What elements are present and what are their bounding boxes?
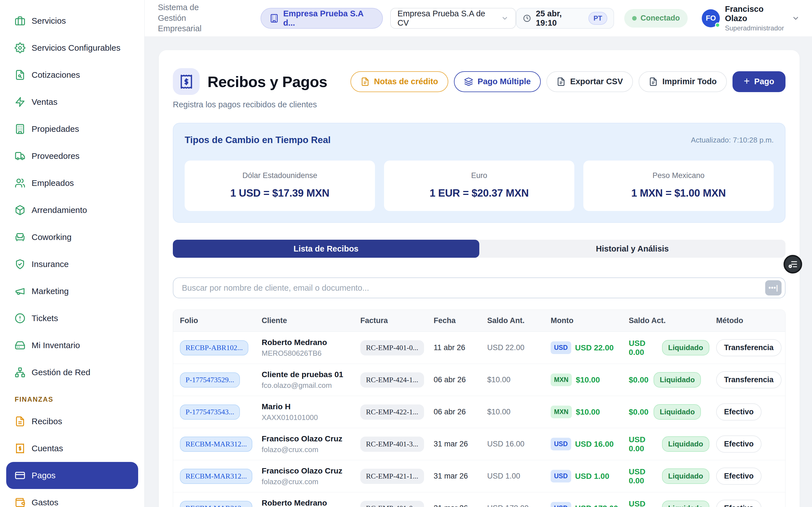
invoice-ref: RC-EMP-424-1...	[360, 372, 424, 388]
sidebar-item-insurance[interactable]: Insurance	[6, 251, 138, 278]
payment-date: 11 abr 26	[427, 343, 480, 352]
file-text-icon	[361, 77, 370, 86]
playlist-icon	[788, 259, 798, 269]
client-name: Francisco Olazo Cruz	[262, 466, 354, 475]
client-name: Roberto Medrano	[262, 338, 354, 347]
payment-method-badge: Efectivo	[716, 403, 762, 420]
sidebar-item-tickets[interactable]: Tickets	[6, 305, 138, 332]
exchange-card: Peso Mexicano1 MXN = $1.00 MXN	[583, 161, 774, 211]
invoice-ref: RC-EMP-401-0...	[360, 501, 424, 507]
sidebar-item-label: Insurance	[32, 260, 69, 269]
file-icon	[649, 77, 658, 86]
multi-payment-button[interactable]: Pago Múltiple	[454, 71, 541, 92]
sidebar-item-label: Pagos	[32, 471, 56, 480]
print-all-button[interactable]: Imprimir Todo	[639, 71, 727, 92]
exchange-cards: Dólar Estadounidense1 USD = $17.39 MXNEu…	[185, 161, 774, 211]
sidebar-item-label: Arrendamiento	[32, 205, 87, 215]
sidebar-item-cuentas[interactable]: Cuentas	[6, 435, 138, 462]
sidebar-item-gastos[interactable]: Gastos	[6, 489, 138, 507]
wallet-icon	[15, 497, 26, 507]
input-method-icon[interactable]: •••|	[765, 280, 781, 295]
receipt-dollar-icon	[15, 443, 26, 454]
column-header-m-todo: Método	[709, 316, 785, 325]
tab-lista-de-recibos[interactable]: Lista de Recibos	[173, 240, 479, 258]
sidebar-item-recibos[interactable]: Recibos	[6, 408, 138, 435]
client-sub: MERO580626TB6	[262, 349, 354, 358]
search-input[interactable]	[173, 277, 785, 298]
folio-link[interactable]: P-1775473543...	[180, 404, 240, 420]
sidebar-item-label: Tickets	[32, 314, 58, 323]
company-select[interactable]: Empresa Prueba S.A de CV	[390, 8, 516, 29]
zap-icon	[15, 97, 26, 107]
exchange-card-value: 1 USD = $17.39 MXN	[190, 187, 369, 199]
datetime-chip[interactable]: 25 abr, 19:10 PT	[516, 8, 614, 29]
payment-method-badge: Efectivo	[716, 500, 762, 507]
exchange-card: Dólar Estadounidense1 USD = $17.39 MXN	[185, 161, 375, 211]
tab-historial-y-an-lisis[interactable]: Historial y Análisis	[479, 240, 786, 258]
sidebar-item-coworking[interactable]: Coworking	[6, 224, 138, 251]
folio-link[interactable]: RECBM-MAR312...	[180, 501, 252, 507]
exchange-card-label: Dólar Estadounidense	[190, 171, 369, 180]
clock-icon	[523, 14, 531, 23]
sidebar-item-propiedades[interactable]: Propiedades	[6, 115, 138, 143]
sidebar-item-cotizaciones[interactable]: Cotizaciones	[6, 61, 138, 89]
sidebar-item-pagos[interactable]: Pagos	[6, 462, 138, 489]
column-header-fecha: Fecha	[427, 316, 480, 325]
credit-notes-label: Notas de crédito	[374, 77, 438, 86]
sidebar-item-arrendamiento[interactable]: Arrendamiento	[6, 196, 138, 224]
current-balance: USD 0.00	[629, 467, 657, 485]
current-balance: $0.00	[629, 376, 649, 385]
user-menu[interactable]: FO Francisco Olazo Superadministrador	[702, 4, 800, 32]
sidebar-item-label: Ventas	[32, 97, 57, 107]
column-header-cliente: Cliente	[255, 316, 354, 325]
sidebar-item-servicios[interactable]: Servicios	[6, 7, 138, 34]
folio-link[interactable]: P-1775473529...	[180, 372, 240, 388]
table-row: P-1775473543... Mario H XAXX010101000 RC…	[173, 396, 785, 428]
currency-badge: USD	[551, 341, 571, 354]
exchange-updated: Actualizado: 7:10:28 p.m.	[691, 136, 774, 145]
previous-balance: USD 16.00	[480, 440, 544, 448]
sidebar-item-empleados[interactable]: Empleados	[6, 170, 138, 196]
chevron-down-icon	[792, 14, 800, 22]
payment-date: 31 mar 26	[427, 440, 480, 448]
credit-notes-button[interactable]: Notas de crédito	[350, 71, 448, 92]
column-header-saldo-ant-: Saldo Ant.	[480, 316, 544, 325]
status-badge: Liquidado	[662, 468, 709, 484]
currency-badge: USD	[551, 470, 571, 483]
payment-amount: $10.00	[576, 376, 600, 385]
layers-icon	[464, 77, 473, 86]
sidebar: Servicios Servicios Configurables Cotiza…	[0, 0, 145, 507]
sidebar-item-mi-inventario[interactable]: Mi Inventario	[6, 332, 138, 359]
table-row: RECBM-MAR312... Francisco Olazo Cruz fol…	[173, 428, 785, 460]
table-body: RECBP-ABR102... Roberto Medrano MERO5806…	[173, 332, 785, 507]
company-select-value: Empresa Prueba S.A de CV	[398, 9, 495, 27]
client-name: Francisco Olazo Cruz	[262, 434, 354, 443]
sidebar-item-label: Gestión de Red	[32, 368, 90, 377]
receipt-dollar-icon	[173, 68, 200, 95]
online-dot-icon	[715, 22, 720, 27]
floating-list-button[interactable]	[783, 255, 802, 274]
receipts-table: FolioClienteFacturaFechaSaldo Ant.MontoS…	[173, 309, 785, 507]
header-actions: Notas de crédito Pago Múltiple Exportar …	[350, 71, 785, 92]
company-chip[interactable]: Empresa Prueba S.A d...	[260, 8, 383, 29]
sidebar-item-marketing[interactable]: Marketing	[6, 278, 138, 305]
sidebar-item-proveedores[interactable]: Proveedores	[6, 143, 138, 170]
exchange-card-value: 1 EUR = $20.37 MXN	[390, 187, 569, 199]
sidebar-item-label: Coworking	[32, 232, 71, 242]
user-meta: Francisco Olazo Superadministrador	[725, 4, 784, 32]
sidebar-item-gesti-n-de-red[interactable]: Gestión de Red	[6, 359, 138, 386]
datetime-text: 25 abr, 19:10	[536, 9, 582, 27]
sidebar-item-servicios-configurables[interactable]: Servicios Configurables	[6, 34, 138, 61]
folio-link[interactable]: RECBM-MAR312...	[180, 437, 252, 452]
folio-link[interactable]: RECBM-MAR312...	[180, 469, 252, 484]
previous-balance: $10.00	[480, 407, 544, 416]
folio-link[interactable]: RECBP-ABR102...	[180, 340, 248, 355]
sidebar-item-ventas[interactable]: Ventas	[6, 89, 138, 115]
payment-method-badge: Transferencia	[716, 371, 781, 388]
exchange-card-label: Peso Mexicano	[589, 171, 768, 180]
sidebar-item-label: Gastos	[32, 498, 58, 507]
file-search-icon	[15, 69, 26, 80]
user-role: Superadministrador	[725, 24, 784, 32]
add-payment-button[interactable]: + Pago	[732, 71, 785, 92]
export-csv-button[interactable]: Exportar CSV	[546, 71, 633, 92]
